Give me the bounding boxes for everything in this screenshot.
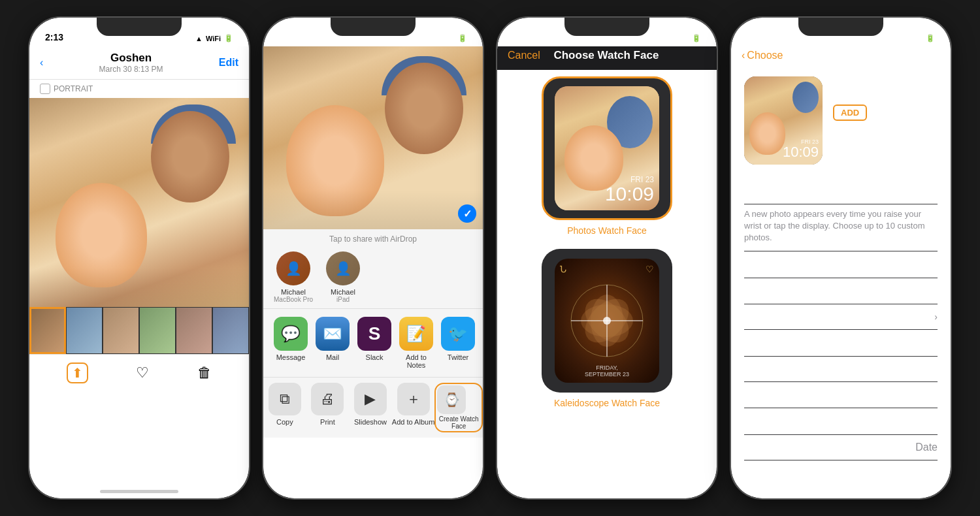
app-slack[interactable]: S Slack <box>357 317 391 369</box>
edit-button-1[interactable]: Edit <box>219 57 238 69</box>
kaleido-bg: Ն ♡ <box>555 259 659 383</box>
contact-item-1[interactable]: 👤 Michael MacBook Pro <box>274 251 313 303</box>
small-baby <box>749 112 785 155</box>
watch-face-label-kaleido: Kaleidoscope Watch Face <box>510 398 704 408</box>
top-row[interactable]: Top <box>744 357 938 382</box>
create-watch-icon: ⌚ <box>437 385 466 414</box>
kaleido-icons: Ն ♡ <box>560 264 654 274</box>
status-time-3: 2:14 <box>513 32 531 42</box>
small-watch-preview: FRI 23 10:09 <box>744 76 823 165</box>
thumb-4[interactable] <box>139 307 176 354</box>
dad-face <box>151 111 229 202</box>
add-button[interactable]: ADD <box>833 105 867 121</box>
photo-count-label: 1 Photo <box>744 311 780 323</box>
svg-point-7 <box>603 317 611 325</box>
notch-1 <box>97 18 182 36</box>
action-print[interactable]: 🖨 Print <box>306 383 350 432</box>
status-time-1: 2:13 <box>45 32 63 42</box>
battery-icon-2: 🔋 <box>458 34 467 42</box>
app-notes[interactable]: 📝 Add to Notes <box>399 317 433 369</box>
airdrop-contacts-row: 👤 Michael MacBook Pro 👤 Michael iPad <box>263 246 483 309</box>
share-action-row: ⧉ Copy 🖨 Print ▶ Slideshow ＋ Add to Albu… <box>263 378 483 438</box>
wifi-icon-4: WiFi <box>907 35 923 42</box>
copy-icon: ⧉ <box>269 383 301 415</box>
action-slideshow[interactable]: ▶ Slideshow <box>349 383 392 432</box>
back-button-1[interactable]: ‹ <box>40 57 43 69</box>
shared-photo: ✓ <box>263 46 483 229</box>
description-text: A new photo appears every time you raise… <box>744 204 938 251</box>
watch-face-kaleidoscope[interactable]: Ն ♡ <box>510 249 704 408</box>
print-icon: 🖨 <box>311 383 344 415</box>
photos-title-section: Photos ADD <box>833 76 890 121</box>
action-copy[interactable]: ⧉ Copy <box>263 383 306 432</box>
contact-avatar-2: 👤 <box>326 251 360 285</box>
notes-icon: 📝 <box>399 317 433 351</box>
complications-header: Complications <box>744 417 938 430</box>
contact-item-2[interactable]: 👤 Michael iPad <box>326 251 360 303</box>
battery-icon-4: 🔋 <box>926 34 935 42</box>
top-label: Top <box>744 363 761 375</box>
photo-count-chevron: › <box>934 312 938 322</box>
watch-screen-photos: FRI 23 10:09 <box>555 86 659 210</box>
portrait-badge: PORTRAIT <box>29 80 249 98</box>
phone-4: 2:14 ▲ WiFi 🔋 ‹ Choose Create Watch Face <box>730 16 952 500</box>
app-twitter[interactable]: 🐦 Twitter <box>441 317 475 369</box>
watch-face-label-photos: Photos Watch Face <box>510 225 704 236</box>
favorite-button[interactable]: ♡ <box>136 364 149 381</box>
action-add-album[interactable]: ＋ Add to Album <box>392 383 435 432</box>
watch-photo-bg: FRI 23 10:09 <box>555 86 659 210</box>
above-time-row[interactable]: Above Time Date <box>744 435 938 460</box>
contact-sub-2: iPad <box>326 296 360 303</box>
baby-2 <box>286 105 384 216</box>
home-indicator-4 <box>802 490 880 493</box>
above-time-value: Date <box>915 442 938 453</box>
small-hat <box>792 82 819 113</box>
time-position-header: Time Position <box>744 339 938 352</box>
photos-title: Photos <box>833 79 890 99</box>
custom-row[interactable]: Custom ✓ <box>744 278 938 304</box>
signal-icon-3: ▲ <box>663 35 670 42</box>
thumb-1[interactable] <box>29 307 66 354</box>
thumb-3[interactable] <box>103 307 139 354</box>
kaleido-svg <box>568 282 646 360</box>
description-section: Description <box>744 178 938 204</box>
app-label-twitter: Twitter <box>441 353 475 361</box>
thumb-2[interactable] <box>66 307 103 354</box>
notch-3 <box>564 18 649 36</box>
bottom-checkmark: ✓ <box>929 389 938 401</box>
app-label-notes: Add to Notes <box>399 353 433 369</box>
kaleido-icon-left: Ն <box>560 264 566 274</box>
create-content: FRI 23 10:09 Photos ADD Description A ne… <box>731 70 951 467</box>
custom-label: Custom <box>744 285 780 297</box>
app-message[interactable]: 💬 Message <box>274 317 308 369</box>
wifi-icon: WiFi <box>206 35 221 42</box>
description-header: Description <box>744 187 938 200</box>
share-button[interactable]: ⬆ <box>67 363 88 383</box>
settings-section: Description A new photo appears every ti… <box>744 178 938 460</box>
watch-preview-row: FRI 23 10:09 Photos ADD <box>744 76 938 165</box>
action-label-add-album: Add to Album <box>392 418 435 426</box>
time-position-section: Time Position <box>744 330 938 357</box>
nav-bar-4: ‹ Choose Create Watch Face <box>731 46 951 70</box>
signal-icon-4: ▲ <box>897 35 904 42</box>
thumb-5[interactable] <box>176 307 212 354</box>
bottom-row[interactable]: Bottom ✓ <box>744 382 938 408</box>
wifi-icon-3: WiFi <box>674 35 689 42</box>
bottom-toolbar-1: ⬆ ♡ 🗑 <box>29 354 249 391</box>
wifi-icon-2: WiFi <box>440 35 455 42</box>
delete-button[interactable]: 🗑 <box>197 364 212 381</box>
mail-icon: ✉️ <box>316 317 350 351</box>
watch-face-photos[interactable]: FRI 23 10:09 Photos Watch Face <box>510 76 704 236</box>
notch-4 <box>798 18 883 36</box>
back-button-4[interactable]: ‹ Choose <box>742 50 783 61</box>
photo-count-row[interactable]: 1 Photo › <box>744 304 938 330</box>
app-label-slack: Slack <box>357 353 391 361</box>
status-time-2: 2:14 <box>279 32 297 42</box>
cancel-button-3[interactable]: Cancel <box>508 50 540 61</box>
thumb-6[interactable] <box>212 307 249 354</box>
app-mail[interactable]: ✉️ Mail <box>316 317 350 369</box>
action-label-slideshow: Slideshow <box>349 418 392 426</box>
action-create-watch-face[interactable]: ⌚ Create Watch Face <box>434 383 483 432</box>
share-app-grid: 💬 Message ✉️ Mail S Slack 📝 Add to Notes… <box>263 309 483 378</box>
home-indicator-1 <box>100 490 178 493</box>
